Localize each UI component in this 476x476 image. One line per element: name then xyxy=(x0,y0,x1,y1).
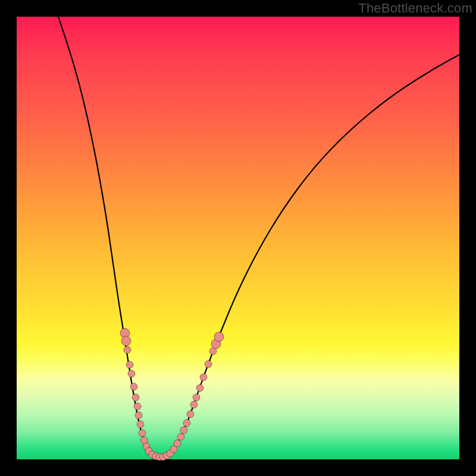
data-marker xyxy=(180,427,187,434)
data-marker xyxy=(134,403,141,410)
data-marker xyxy=(135,412,142,419)
data-marker xyxy=(190,401,198,408)
bottleneck-curve xyxy=(58,17,459,457)
data-marker xyxy=(137,421,144,428)
chart-svg xyxy=(17,17,459,459)
data-marker xyxy=(126,361,133,368)
data-marker xyxy=(174,440,181,447)
watermark-text: TheBottleneck.com xyxy=(358,1,472,16)
data-marker xyxy=(193,394,200,401)
data-marker xyxy=(200,374,207,381)
data-marker xyxy=(128,370,135,377)
data-marker xyxy=(130,383,137,390)
data-marker xyxy=(214,332,224,342)
data-marker xyxy=(177,433,184,440)
data-marker xyxy=(183,419,190,427)
data-marker xyxy=(124,346,131,353)
data-marker xyxy=(205,361,212,368)
data-marker xyxy=(187,411,194,418)
plot-area xyxy=(17,17,459,459)
data-marker xyxy=(139,430,146,437)
data-marker xyxy=(132,394,139,401)
chart-frame: TheBottleneck.com xyxy=(0,0,476,476)
data-marker xyxy=(196,384,203,392)
data-marker xyxy=(121,336,131,346)
data-markers xyxy=(120,328,224,461)
